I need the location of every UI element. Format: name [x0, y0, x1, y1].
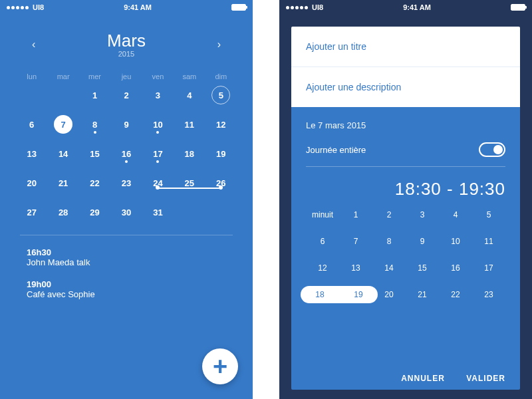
calendar-day[interactable]: 27 — [16, 201, 47, 223]
calendar-day[interactable]: 7 — [47, 114, 78, 135]
allday-toggle[interactable] — [479, 142, 505, 157]
hour-cell[interactable]: 8 — [372, 234, 406, 249]
event-time: 16h30 — [27, 247, 226, 257]
calendar-day[interactable]: 10 — [142, 114, 174, 135]
hour-cell[interactable]: 11 — [472, 234, 505, 249]
hour-cell[interactable]: minuit — [306, 207, 339, 222]
status-bar: UI8 9:41 AM — [279, 0, 532, 15]
calendar-day[interactable]: 6 — [16, 114, 47, 135]
calendar-day[interactable]: 25 — [174, 172, 205, 194]
event-editor-screen: UI8 9:41 AM Ajouter un titre Ajouter une… — [279, 0, 532, 399]
calendar-day[interactable]: 1 — [79, 84, 110, 106]
calendar-day[interactable]: 9 — [110, 114, 142, 135]
calendar-day[interactable]: 16 — [110, 143, 142, 164]
hour-selection-pill[interactable]: 1819 — [301, 286, 378, 303]
weekday-row: lunmarmerjeuvensamdim — [0, 63, 253, 84]
allday-label: Journée entière — [306, 145, 366, 155]
event-item[interactable]: 19h00Café avec Sophie — [27, 279, 226, 299]
weekday-label: lun — [16, 72, 47, 80]
calendar-day[interactable]: 30 — [110, 201, 142, 223]
day-number: 19 — [216, 149, 225, 159]
calendar-day[interactable]: 21 — [47, 172, 78, 194]
day-number: 1 — [92, 90, 97, 100]
day-number: 2 — [124, 90, 128, 100]
calendar-day[interactable]: 11 — [174, 114, 205, 135]
clock-label: 9:41 AM — [124, 3, 152, 11]
day-number: 30 — [122, 207, 131, 217]
events-list: 16h30John Maeda talk19h00Café avec Sophi… — [0, 235, 253, 323]
calendar-day[interactable]: 24 — [142, 172, 174, 194]
day-number: 16 — [122, 149, 131, 159]
cancel-button[interactable]: ANNULER — [401, 374, 445, 383]
calendar-day[interactable]: 5 — [205, 84, 237, 106]
day-number: 28 — [59, 207, 68, 217]
prev-month-button[interactable]: ‹ — [27, 33, 41, 56]
day-number: 29 — [90, 207, 99, 217]
hour-cell[interactable]: 10 — [439, 234, 472, 249]
day-number: 15 — [90, 149, 99, 159]
calendar-day[interactable]: 8 — [79, 114, 110, 135]
day-number: 17 — [153, 149, 162, 159]
calendar-day[interactable]: 2 — [110, 84, 142, 106]
calendar-day[interactable]: 22 — [79, 172, 110, 194]
hour-cell[interactable]: 14 — [372, 261, 406, 275]
calendar-day[interactable]: 15 — [79, 143, 110, 164]
hour-cell[interactable]: 23 — [472, 287, 505, 302]
hour-cell[interactable]: 12 — [306, 261, 339, 275]
hour-cell[interactable]: 7 — [339, 234, 372, 249]
day-number: 18 — [185, 149, 194, 159]
hour-cell[interactable]: 2 — [372, 207, 406, 222]
next-month-button[interactable]: › — [212, 33, 226, 56]
hour-cell[interactable]: 6 — [306, 234, 339, 249]
calendar-day[interactable]: 23 — [110, 172, 142, 194]
calendar-day[interactable]: 26 — [205, 172, 237, 194]
calendar-day[interactable]: 31 — [142, 201, 174, 223]
time-range-label: 18:30 - 19:30 — [306, 179, 505, 200]
day-number: 14 — [59, 149, 68, 159]
calendar-day[interactable]: 3 — [142, 84, 174, 106]
calendar-day[interactable]: 28 — [47, 201, 78, 223]
hour-cell[interactable]: 21 — [406, 287, 439, 302]
weekday-label: jeu — [110, 72, 142, 80]
hour-cell[interactable]: 9 — [406, 234, 439, 249]
calendar-day[interactable]: 20 — [16, 172, 47, 194]
day-number: 22 — [90, 178, 99, 188]
carrier-label: UI8 — [312, 3, 323, 11]
calendar-day[interactable]: 18 — [174, 143, 205, 164]
day-number: 24 — [153, 178, 162, 188]
confirm-button[interactable]: VALIDER — [466, 374, 505, 383]
hour-cell[interactable]: 15 — [406, 261, 439, 275]
day-number: 8 — [92, 120, 97, 130]
text-inputs-card: Ajouter un titre Ajouter une description — [291, 27, 520, 107]
day-number: 20 — [27, 178, 36, 188]
status-bar: UI8 9:41 AM — [0, 0, 253, 15]
editor-sheet: Ajouter un titre Ajouter une description… — [291, 27, 520, 390]
calendar-day[interactable]: 4 — [174, 84, 205, 106]
calendar-day[interactable]: 14 — [47, 143, 78, 164]
hours-grid: minuit1234567891011121314151617181920212… — [306, 207, 505, 302]
description-input[interactable]: Ajouter une description — [291, 67, 520, 107]
hour-cell[interactable]: 16 — [439, 261, 472, 275]
calendar-day[interactable]: 17 — [142, 143, 174, 164]
hour-cell[interactable]: 1 — [339, 207, 372, 222]
hour-cell[interactable]: 3 — [406, 207, 439, 222]
day-number: 6 — [29, 120, 34, 130]
calendar-day[interactable]: 13 — [16, 143, 47, 164]
day-number: 13 — [27, 149, 36, 159]
hour-cell[interactable]: 17 — [472, 261, 505, 275]
weekday-label: mer — [79, 72, 110, 80]
hour-cell[interactable]: 5 — [472, 207, 505, 222]
event-item[interactable]: 16h30John Maeda talk — [27, 247, 226, 267]
hour-cell[interactable]: 13 — [339, 261, 372, 275]
calendar-day[interactable]: 19 — [205, 143, 237, 164]
add-event-button[interactable]: + — [202, 348, 238, 384]
signal-dots-icon — [286, 6, 308, 9]
title-input[interactable]: Ajouter un titre — [291, 27, 520, 67]
hour-cell[interactable]: 4 — [439, 207, 472, 222]
hour-cell[interactable]: 22 — [439, 287, 472, 302]
day-number: 10 — [153, 120, 162, 130]
calendar-day[interactable]: 29 — [79, 201, 110, 223]
day-number: 5 — [211, 86, 230, 104]
signal-dots-icon — [7, 6, 29, 9]
calendar-day[interactable]: 12 — [205, 114, 237, 135]
